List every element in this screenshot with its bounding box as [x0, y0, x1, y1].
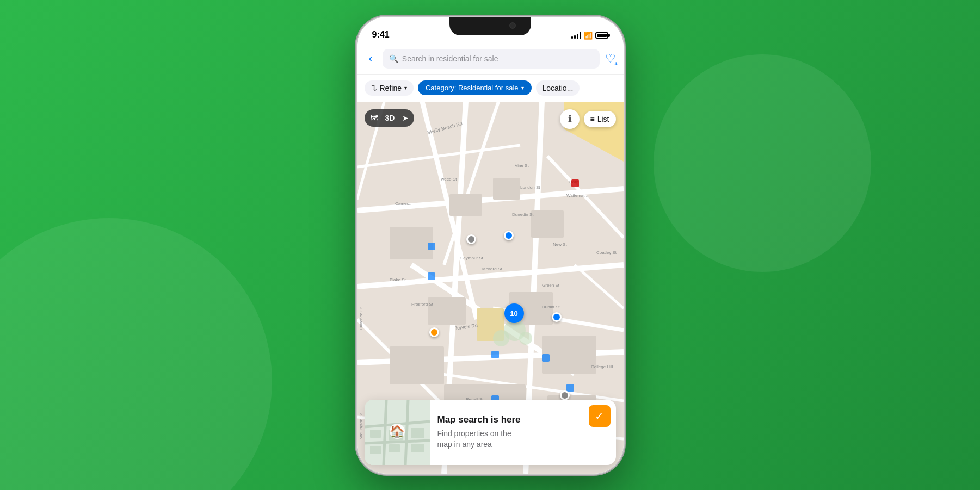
map-pin-square-blue-2[interactable] [428, 272, 435, 280]
map-pin-blue-1[interactable] [504, 231, 514, 240]
svg-text:Clarence St: Clarence St [359, 307, 363, 330]
map-pin-square-blue-4[interactable] [542, 354, 550, 362]
map-pin-cluster[interactable]: 10 [504, 303, 524, 323]
bg-decoration-1 [0, 218, 272, 490]
refine-label: Refine [380, 84, 402, 92]
svg-text:Dublin St: Dublin St [542, 305, 560, 309]
svg-rect-64 [370, 430, 381, 438]
square-red-pin [571, 179, 579, 187]
battery-icon [595, 32, 608, 39]
toast-check-badge[interactable]: ✓ [589, 405, 611, 427]
svg-text:Coatley St: Coatley St [596, 250, 617, 255]
toast-realty-icon: 🏠 [390, 424, 404, 438]
search-placeholder: Search in residential for sale [402, 54, 498, 63]
list-label: List [597, 115, 609, 123]
blue-pin-dot-2 [552, 312, 562, 322]
svg-text:Camer...: Camer... [395, 201, 411, 206]
map-pin-orange[interactable] [429, 327, 439, 337]
notch [449, 17, 531, 35]
svg-rect-69 [411, 444, 424, 452]
map-pin-square-red[interactable] [571, 179, 579, 187]
svg-text:Green St: Green St [542, 283, 560, 288]
camera [509, 22, 516, 29]
svg-rect-21 [531, 210, 564, 238]
svg-text:London St: London St [520, 185, 540, 190]
location-label: Locatio... [543, 84, 574, 92]
toast-title: Map search is here [437, 414, 608, 425]
signal-bar-4 [580, 32, 581, 39]
info-button[interactable]: ℹ [560, 109, 580, 129]
svg-text:Wellington St: Wellington St [359, 413, 363, 439]
map-pin-grey-1[interactable] [466, 234, 476, 244]
svg-rect-25 [390, 346, 444, 384]
svg-text:Prosford St: Prosford St [411, 302, 434, 307]
map-pin-blue-2[interactable] [552, 312, 562, 322]
svg-text:Blake St: Blake St [390, 277, 406, 282]
signal-bar-1 [571, 36, 573, 39]
search-bar[interactable]: 🔍 Search in residential for sale [383, 49, 600, 69]
check-icon: ✓ [595, 410, 604, 423]
map-view-icon[interactable]: 🗺 [368, 111, 380, 125]
map-3d-button[interactable]: 3D [382, 111, 398, 125]
svg-text:Vine St: Vine St [515, 163, 529, 168]
toast-card: 📍 🏠 Map search is here Find properties o… [365, 400, 616, 465]
search-icon: 🔍 [389, 54, 398, 63]
svg-rect-20 [390, 227, 433, 259]
svg-point-58 [519, 332, 532, 345]
blue-pin-dot-1 [504, 231, 514, 240]
map-pin-square-blue-1[interactable] [428, 243, 435, 250]
svg-rect-66 [411, 428, 424, 438]
svg-rect-67 [370, 446, 381, 454]
refine-button[interactable]: ⇅ Refine ▾ [365, 80, 414, 96]
status-icons: 📶 [571, 32, 608, 41]
svg-text:Tweeo St: Tweeo St [439, 177, 457, 182]
svg-text:New St: New St [553, 242, 568, 247]
back-button[interactable]: ‹ [365, 49, 377, 68]
cluster-pin: 10 [504, 303, 524, 323]
signal-icon [571, 32, 581, 39]
grey-pin-dot-2 [560, 390, 570, 400]
svg-text:Melford St: Melford St [482, 266, 502, 271]
svg-rect-68 [389, 444, 400, 452]
orange-pin-dot [429, 327, 439, 337]
toast-map-thumbnail: 📍 🏠 [365, 400, 430, 465]
info-icon: ℹ [568, 114, 571, 124]
svg-text:Dunedin St: Dunedin St [512, 212, 534, 217]
status-time: 9:41 [372, 30, 390, 41]
svg-text:College Hill: College Hill [591, 364, 613, 369]
svg-rect-26 [542, 336, 596, 374]
save-search-button[interactable]: ♡ + [605, 52, 616, 66]
svg-text:Waitemat...: Waitemat... [566, 193, 588, 198]
refine-chevron-icon: ▾ [404, 85, 407, 91]
svg-rect-22 [428, 297, 466, 325]
phone-frame: 9:41 📶 ‹ 🔍 Search in residential for sal [357, 17, 624, 474]
svg-rect-18 [449, 194, 482, 216]
list-button[interactable]: ≡ List [584, 111, 616, 127]
map-controls-right: ℹ ≡ List [560, 109, 616, 129]
map-area[interactable]: Shelly Beach Rd Jervois Rd London St Dun… [357, 102, 624, 474]
svg-rect-19 [493, 178, 520, 200]
toast-subtitle: Find properties on themap in any area [437, 429, 608, 450]
refine-icon: ⇅ [371, 84, 377, 92]
svg-point-57 [493, 330, 509, 346]
square-blue-pin-3 [491, 351, 499, 358]
map-compass-button[interactable]: ➤ [400, 111, 411, 125]
signal-bar-2 [574, 35, 576, 39]
map-pin-grey-2[interactable] [560, 390, 570, 400]
bg-decoration-2 [654, 54, 871, 272]
category-label: Category: Residential for sale [426, 84, 519, 92]
map-pin-square-blue-3[interactable] [491, 351, 499, 358]
square-blue-pin-1 [428, 243, 435, 250]
square-blue-pin-2 [428, 272, 435, 280]
category-chevron-icon: ▾ [521, 85, 524, 91]
signal-bar-3 [577, 34, 578, 39]
svg-text:Seymour St: Seymour St [460, 256, 484, 260]
location-button[interactable]: Locatio... [536, 80, 580, 96]
wifi-icon: 📶 [584, 32, 593, 40]
map-controls-left: 🗺 3D ➤ [365, 109, 415, 127]
list-icon: ≡ [590, 115, 595, 123]
category-button[interactable]: Category: Residential for sale ▾ [418, 80, 532, 95]
phone-screen: 9:41 📶 ‹ 🔍 Search in residential for sal [357, 17, 624, 474]
toast-content: Map search is here Find properties on th… [430, 400, 616, 465]
heart-plus-icon: + [614, 61, 618, 67]
